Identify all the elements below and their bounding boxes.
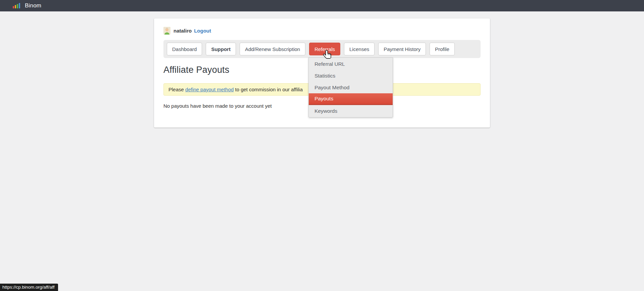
menu-item-statistics[interactable]: Statistics	[309, 70, 393, 82]
binom-logo[interactable]: Binom	[13, 2, 41, 9]
user-row: nataliro Logout	[163, 26, 481, 35]
tab-referrals-wrap: Referrals Referral URL Statistics Payout…	[309, 43, 340, 55]
tab-profile[interactable]: Profile	[430, 43, 455, 55]
brand-name: Binom	[25, 2, 41, 9]
tab-licenses[interactable]: Licenses	[344, 43, 375, 55]
menu-item-referral-url[interactable]: Referral URL	[309, 58, 393, 70]
define-payout-method-link[interactable]: define payout method	[185, 87, 234, 92]
menu-item-payouts[interactable]: Payouts	[309, 93, 393, 105]
tab-add-renew-subscription[interactable]: Add/Renew Subscription	[240, 43, 305, 55]
username: nataliro	[174, 28, 192, 34]
logout-link[interactable]: Logout	[194, 28, 211, 34]
nav-tabs: Dashboard Support Add/Renew Subscription…	[163, 40, 481, 58]
tab-referrals[interactable]: Referrals	[309, 43, 340, 55]
referrals-dropdown-menu: Referral URL Statistics Payout Method Pa…	[308, 57, 393, 117]
notice-text-prefix: Please	[168, 87, 185, 92]
main-card: nataliro Logout Dashboard Support Add/Re…	[154, 18, 490, 128]
menu-item-payout-method[interactable]: Payout Method	[309, 82, 393, 93]
bar-chart-icon	[13, 3, 20, 8]
tab-support[interactable]: Support	[206, 43, 236, 55]
menu-item-keywords[interactable]: Keywords	[309, 105, 393, 117]
status-url-tooltip: https://cp.binom.org/aff/aff	[0, 284, 58, 291]
top-bar: Binom	[0, 0, 644, 11]
tab-payment-history[interactable]: Payment History	[378, 43, 426, 55]
person-avatar-icon	[163, 27, 170, 35]
notice-text-suffix: to get commission in our affilia	[234, 87, 303, 92]
tab-dashboard[interactable]: Dashboard	[167, 43, 202, 55]
